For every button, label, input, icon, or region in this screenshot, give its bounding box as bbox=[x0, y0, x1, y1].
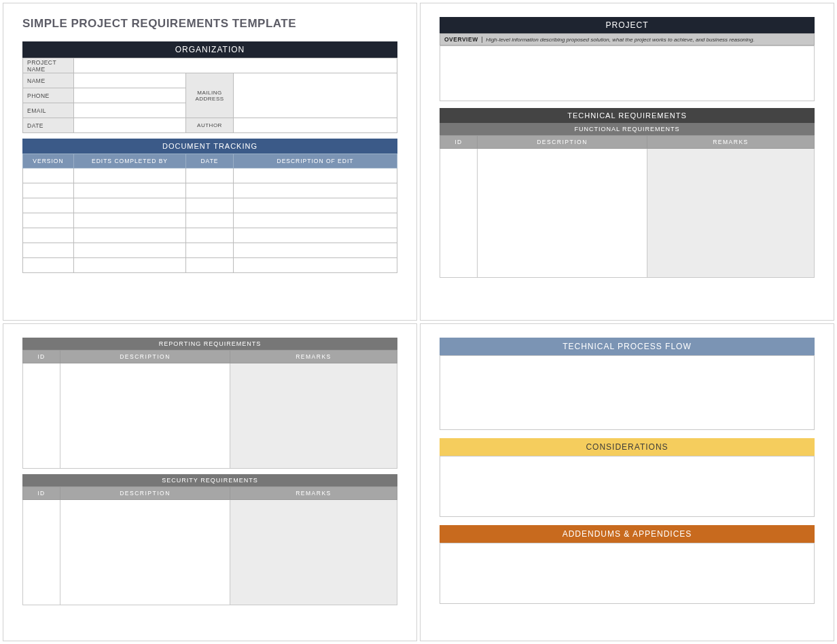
table-row bbox=[23, 500, 397, 605]
functional-requirements-table: ID DESCRIPTION REMARKS bbox=[440, 135, 815, 278]
label-author: AUTHOR bbox=[186, 118, 234, 133]
label-mailing-address: MAILING ADDRESS bbox=[186, 73, 234, 118]
value-project-name bbox=[74, 58, 397, 73]
organization-table: PROJECT NAME NAME MAILING ADDRESS PHONE … bbox=[22, 58, 397, 133]
addendums-box bbox=[440, 543, 815, 604]
col-date: DATE bbox=[186, 154, 234, 168]
label-phone: PHONE bbox=[23, 88, 74, 103]
cell-id bbox=[23, 363, 60, 469]
cell-id bbox=[23, 500, 60, 605]
cell-desc bbox=[60, 500, 230, 605]
col-desc: DESCRIPTION bbox=[478, 136, 647, 149]
reporting-requirements-table: ID DESCRIPTION REMARKS bbox=[22, 350, 397, 469]
label-email: EMAIL bbox=[23, 103, 74, 118]
cell-desc bbox=[478, 149, 647, 278]
security-requirements-header: SECURITY REQUIREMENTS bbox=[22, 474, 397, 486]
page-1: SIMPLE PROJECT REQUIREMENTS TEMPLATE ORG… bbox=[3, 3, 417, 321]
considerations-header: CONSIDERATIONS bbox=[440, 438, 815, 456]
col-id: ID bbox=[440, 136, 478, 149]
overview-textbox bbox=[440, 46, 815, 101]
table-row bbox=[23, 258, 397, 273]
security-requirements-table: ID DESCRIPTION REMARKS bbox=[22, 486, 397, 605]
col-desc: DESCRIPTION bbox=[60, 487, 230, 500]
considerations-box bbox=[440, 456, 815, 517]
tracking-header: DOCUMENT TRACKING bbox=[22, 139, 397, 154]
value-author bbox=[234, 118, 397, 133]
value-mailing-address bbox=[234, 73, 397, 118]
technical-requirements-header: TECHNICAL REQUIREMENTS bbox=[440, 108, 815, 123]
label-name: NAME bbox=[23, 73, 74, 88]
tracking-table: VERSION EDITS COMPLETED BY DATE DESCRIPT… bbox=[22, 154, 397, 273]
col-remarks: REMARKS bbox=[230, 487, 397, 500]
table-row bbox=[23, 198, 397, 213]
table-row bbox=[23, 183, 397, 198]
table-row bbox=[23, 243, 397, 258]
page-2: PROJECT OVERVIEW | High-level informatio… bbox=[420, 3, 834, 321]
col-desc: DESCRIPTION bbox=[60, 351, 230, 363]
value-date bbox=[74, 118, 186, 133]
page-3: REPORTING REQUIREMENTS ID DESCRIPTION RE… bbox=[3, 323, 417, 641]
page-4: TECHNICAL PROCESS FLOW CONSIDERATIONS AD… bbox=[420, 323, 834, 641]
col-id: ID bbox=[23, 351, 60, 363]
value-phone bbox=[74, 88, 186, 103]
col-desc: DESCRIPTION OF EDIT bbox=[234, 154, 397, 168]
col-remarks: REMARKS bbox=[647, 136, 815, 149]
value-email bbox=[74, 103, 186, 118]
table-row bbox=[440, 149, 815, 278]
table-row bbox=[23, 363, 397, 469]
document-title: SIMPLE PROJECT REQUIREMENTS TEMPLATE bbox=[22, 17, 397, 31]
col-edits-by: EDITS COMPLETED BY bbox=[74, 154, 186, 168]
cell-remarks bbox=[230, 500, 397, 605]
addendums-header: ADDENDUMS & APPENDICES bbox=[440, 525, 815, 543]
cell-id bbox=[440, 149, 478, 278]
overview-row: OVERVIEW | High-level information descri… bbox=[440, 33, 815, 46]
reporting-requirements-header: REPORTING REQUIREMENTS bbox=[22, 338, 397, 350]
label-date: DATE bbox=[23, 118, 74, 133]
col-id: ID bbox=[23, 487, 60, 500]
overview-desc: High-level information describing propos… bbox=[486, 37, 754, 43]
organization-header: ORGANIZATION bbox=[22, 41, 397, 58]
cell-remarks bbox=[230, 363, 397, 469]
col-remarks: REMARKS bbox=[230, 351, 397, 363]
col-version: VERSION bbox=[23, 154, 74, 168]
technical-process-flow-header: TECHNICAL PROCESS FLOW bbox=[440, 338, 815, 355]
overview-label: OVERVIEW bbox=[444, 36, 478, 43]
table-row bbox=[23, 228, 397, 243]
table-row bbox=[23, 213, 397, 228]
technical-process-flow-box bbox=[440, 355, 815, 430]
value-name bbox=[74, 73, 186, 88]
cell-remarks bbox=[647, 149, 815, 278]
project-header: PROJECT bbox=[440, 17, 815, 33]
label-project-name: PROJECT NAME bbox=[23, 58, 74, 73]
cell-desc bbox=[60, 363, 230, 469]
functional-requirements-header: FUNCTIONAL REQUIREMENTS bbox=[440, 123, 815, 135]
table-row bbox=[23, 168, 397, 183]
